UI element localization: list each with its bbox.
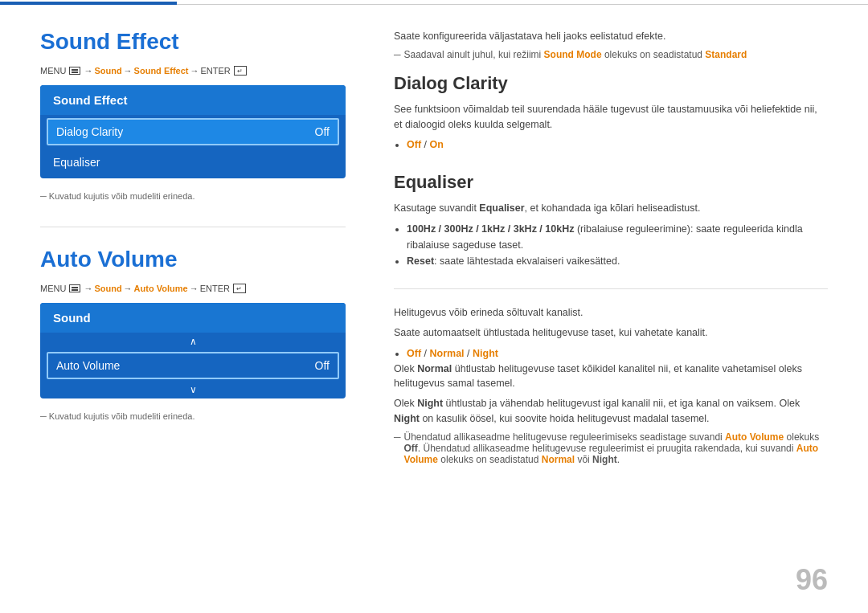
auto-volume-right-section: Helitugevus võib erineda sõltuvalt kanal… bbox=[394, 305, 828, 465]
down-arrow[interactable]: ∨ bbox=[40, 381, 346, 398]
av-footnote-night: Night bbox=[592, 454, 617, 465]
sound-effect-section: Sound Effect MENU → Sound → Sound Effect… bbox=[40, 29, 346, 201]
sound-effect-box-header: Sound Effect bbox=[40, 85, 346, 115]
up-arrow[interactable]: ∧ bbox=[40, 333, 346, 350]
av-normal: Normal bbox=[430, 348, 465, 359]
off-label: Off bbox=[407, 139, 421, 150]
dialog-clarity-item[interactable]: Dialog Clarity Off bbox=[47, 118, 339, 145]
menu-sound: Sound bbox=[94, 66, 121, 76]
av-enter-icon: ↵ bbox=[233, 284, 246, 293]
enter-icon: ↵ bbox=[234, 66, 247, 76]
auto-volume-value: Off bbox=[315, 359, 330, 372]
intro-note-text: Saadaval ainult juhul, kui režiimi Sound… bbox=[404, 49, 747, 60]
menu-label: MENU bbox=[40, 66, 66, 76]
av-sound: Sound bbox=[94, 284, 121, 293]
equaliser-bold: Equaliser bbox=[479, 202, 524, 214]
section-divider bbox=[40, 227, 346, 227]
equaliser-label: Equaliser bbox=[53, 156, 100, 169]
av-night: Night bbox=[473, 348, 498, 359]
dialog-clarity-option: Off / On bbox=[407, 137, 828, 153]
left-column: Sound Effect MENU → Sound → Sound Effect… bbox=[40, 29, 346, 597]
av-footnote-off: Off bbox=[404, 443, 418, 454]
night-bold1: Night bbox=[417, 398, 443, 409]
freq-label: 100Hz / 300Hz / 1kHz / 3kHz / 10kHz bbox=[407, 223, 574, 235]
dialog-clarity-heading: Dialog Clarity bbox=[394, 73, 828, 94]
sound-effect-menu-path: MENU → Sound → Sound Effect → ENTER ↵ bbox=[40, 66, 346, 76]
dialog-clarity-options-list: Off / On bbox=[407, 137, 828, 153]
menu-arrow2: → bbox=[124, 66, 133, 76]
right-column: Saate konfigureerida väljastatava heli j… bbox=[378, 29, 828, 597]
av-options: Off / Normal / Night bbox=[407, 345, 828, 362]
av-intro1: Helitugevus võib erineda sõltuvalt kanal… bbox=[394, 305, 828, 321]
auto-volume-item[interactable]: Auto Volume Off bbox=[47, 352, 339, 379]
av-sep1: / bbox=[424, 348, 430, 359]
menu-arrow1: → bbox=[84, 66, 92, 76]
page-number: 96 bbox=[796, 563, 828, 597]
av-off: Off bbox=[407, 348, 421, 359]
night-bold2: Night bbox=[394, 413, 420, 424]
normal-bold: Normal bbox=[417, 363, 452, 374]
reset-label: Reset bbox=[407, 255, 434, 267]
menu-enter-label: ENTER bbox=[200, 66, 230, 76]
av-options-list: Off / Normal / Night bbox=[407, 345, 828, 362]
equaliser-bullets: 100Hz / 300Hz / 1kHz / 3kHz / 10kHz (rib… bbox=[407, 221, 828, 269]
av-footnote-wrapper: Ühendatud allikaseadme helitugevuse regu… bbox=[394, 431, 828, 465]
av-intro2: Saate automaatselt ühtlustada helitugevu… bbox=[394, 325, 828, 341]
intro-text: Saate konfigureerida väljastatava heli j… bbox=[394, 29, 828, 44]
dialog-clarity-body: See funktsioon võimaldab teil suurendada… bbox=[394, 102, 828, 133]
auto-volume-menu-path: MENU → Sound → Auto Volume → ENTER ↵ bbox=[40, 284, 346, 293]
dialog-clarity-value: Off bbox=[315, 125, 330, 138]
menu-icon bbox=[69, 67, 80, 75]
separator: / bbox=[424, 139, 430, 150]
right-divider bbox=[394, 288, 828, 289]
equaliser-reset-bullet: Reset: saate lähtestada ekvalaiseri vaik… bbox=[407, 253, 828, 269]
auto-volume-ui-box: Sound ∧ Auto Volume Off ∨ bbox=[40, 303, 346, 398]
av-menu-icon bbox=[69, 284, 80, 292]
equaliser-body: Kasutage suvandit Equaliser, et kohandad… bbox=[394, 201, 828, 216]
menu-soundeffect: Sound Effect bbox=[134, 66, 189, 76]
menu-arrow3: → bbox=[190, 66, 199, 76]
standard-label: Standard bbox=[705, 49, 747, 60]
av-menu-label: MENU bbox=[40, 284, 66, 293]
av-sep2: / bbox=[467, 348, 473, 359]
av-normal-desc: Olek Normal ühtlustab helitugevuse taset… bbox=[394, 362, 828, 392]
equaliser-item[interactable]: Equaliser bbox=[40, 149, 346, 178]
equaliser-section: Equaliser Kasutage suvandit Equaliser, e… bbox=[394, 172, 828, 269]
av-autovolume: Auto Volume bbox=[134, 284, 188, 293]
intro-note: Saadaval ainult juhul, kui režiimi Sound… bbox=[394, 49, 828, 60]
av-arrow1: → bbox=[84, 284, 92, 293]
equaliser-freq-bullet: 100Hz / 300Hz / 1kHz / 3kHz / 10kHz (rib… bbox=[407, 221, 828, 253]
av-arrow3: → bbox=[190, 284, 199, 293]
dialog-clarity-label: Dialog Clarity bbox=[56, 125, 123, 138]
main-content: Sound Effect MENU → Sound → Sound Effect… bbox=[0, 5, 868, 613]
auto-volume-label: Auto Volume bbox=[56, 359, 120, 372]
av-footnote-normal: Normal bbox=[542, 454, 575, 465]
sound-effect-note: Kuvatud kujutis võib mudeliti erineda. bbox=[40, 191, 346, 201]
sound-mode-label: Sound Mode bbox=[544, 49, 602, 60]
auto-volume-section: Auto Volume MENU → Sound → Auto Volume →… bbox=[40, 247, 346, 421]
av-enter-label: ENTER bbox=[200, 284, 230, 293]
page: Sound Effect MENU → Sound → Sound Effect… bbox=[0, 0, 868, 613]
auto-volume-note: Kuvatud kujutis võib mudeliti erineda. bbox=[40, 411, 346, 421]
sound-effect-ui-box: Sound Effect Dialog Clarity Off Equalise… bbox=[40, 85, 346, 178]
auto-volume-title: Auto Volume bbox=[40, 247, 346, 272]
sound-effect-title: Sound Effect bbox=[40, 29, 346, 55]
on-label: On bbox=[430, 139, 444, 150]
av-arrow2: → bbox=[124, 284, 133, 293]
av-night-desc: Olek Night ühtlustab ja vähendab helitug… bbox=[394, 396, 828, 427]
sound-ui-header: Sound bbox=[40, 303, 346, 333]
av-footnote-autovolume: Auto Volume bbox=[725, 431, 784, 443]
dialog-clarity-section: Dialog Clarity See funktsioon võimaldab … bbox=[394, 73, 828, 153]
equaliser-heading: Equaliser bbox=[394, 172, 828, 193]
av-footnote: Ühendatud allikaseadme helitugevuse regu… bbox=[404, 431, 828, 465]
